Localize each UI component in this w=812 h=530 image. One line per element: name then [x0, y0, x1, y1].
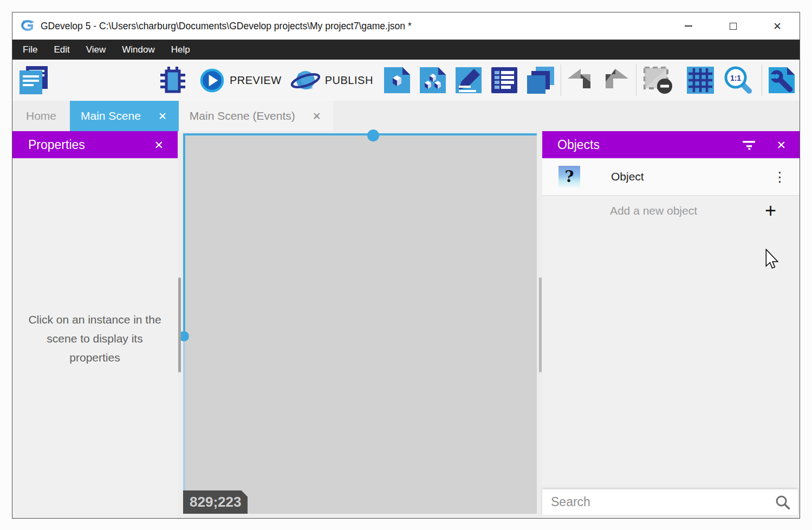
add-object-row[interactable]: Add a new object +: [542, 196, 800, 226]
tab-main-scene[interactable]: Main Scene ✕: [70, 101, 179, 131]
objects-list-icon: [384, 67, 410, 93]
scene-settings-button[interactable]: [769, 67, 795, 93]
zoom-1-1-magnifier-icon: 1:1: [724, 66, 753, 95]
window-mask-button[interactable]: [643, 66, 673, 94]
title-bar: GDevelop 5 - C:\Users\charburg\Documents…: [12, 12, 800, 40]
selection-border-top: [183, 133, 537, 135]
publish-button[interactable]: PUBLISH: [290, 67, 373, 93]
content-area: Properties ✕ Click on an instance in the…: [12, 131, 800, 518]
selection-handle-top[interactable]: [367, 130, 379, 141]
tab-label: Main Scene: [81, 109, 141, 122]
grid-icon: [687, 67, 714, 94]
toolbar-separator: [636, 64, 636, 96]
properties-title: Properties: [12, 138, 85, 152]
minimize-icon: [685, 25, 692, 27]
object-list-item[interactable]: ? Object ⋮: [542, 158, 800, 196]
preview-label: PREVIEW: [230, 74, 282, 87]
instances-list-icon: [491, 67, 517, 93]
grid-button[interactable]: [687, 67, 714, 94]
properties-panel-header: Properties ✕: [12, 131, 178, 158]
close-icon: ✕: [773, 21, 782, 31]
menu-item-help[interactable]: Help: [163, 40, 198, 60]
mask-remove-icon: [643, 66, 673, 94]
undo-arrow-icon: [567, 69, 595, 92]
tab-label: Home: [26, 109, 56, 122]
minimize-button[interactable]: [666, 12, 711, 40]
edit-note-pencil-icon: [456, 67, 482, 93]
publish-label: PUBLISH: [325, 74, 373, 87]
canvas-left-scrollbar[interactable]: [178, 277, 181, 372]
maximize-icon: [730, 23, 737, 30]
objects-panel-header: Objects ✕: [542, 131, 800, 158]
undo-button[interactable]: [567, 69, 595, 92]
gdevelop-window: GDevelop 5 - C:\Users\charburg\Documents…: [12, 12, 800, 519]
plus-icon[interactable]: +: [765, 201, 800, 221]
filter-icon[interactable]: [743, 139, 756, 150]
preview-button[interactable]: PREVIEW: [200, 68, 282, 93]
menu-bar: File Edit View Window Help: [12, 40, 800, 60]
redo-arrow-icon: [601, 69, 629, 92]
object-search-bar: [542, 489, 798, 515]
close-button[interactable]: ✕: [755, 12, 800, 40]
window-title: GDevelop 5 - C:\Users\charburg\Documents…: [41, 21, 412, 32]
preview-play-icon: [200, 68, 224, 93]
properties-close-icon[interactable]: ✕: [154, 139, 178, 151]
selection-border-left: [183, 133, 185, 336]
tab-close-icon[interactable]: ✕: [158, 111, 167, 121]
project-manager-icon: [20, 66, 49, 94]
object-menu-kebab-icon[interactable]: ⋮: [773, 169, 788, 185]
debugger-button[interactable]: [160, 67, 185, 94]
scene-canvas[interactable]: [183, 133, 537, 514]
objects-close-icon[interactable]: ✕: [776, 139, 786, 151]
object-question-icon: ?: [558, 166, 580, 188]
wrench-settings-icon: [769, 67, 795, 93]
objects-title: Objects: [542, 138, 600, 152]
gdevelop-logo-icon: [20, 18, 35, 34]
object-name: Object: [611, 170, 644, 183]
menu-item-view[interactable]: View: [78, 40, 114, 60]
menu-item-edit[interactable]: Edit: [46, 40, 77, 60]
maximize-button[interactable]: [711, 12, 755, 40]
debugger-bug-icon: [160, 67, 185, 94]
search-input[interactable]: [550, 494, 775, 510]
toolbar-separator: [762, 64, 762, 96]
tab-main-scene-events[interactable]: Main Scene (Events) ✕: [179, 101, 333, 131]
project-manager-button[interactable]: [20, 66, 49, 94]
scene-editor-region: 829;223: [178, 131, 542, 518]
layers-icon: [527, 67, 554, 94]
object-groups-icon: [420, 67, 446, 93]
canvas-right-scrollbar[interactable]: [539, 277, 542, 372]
properties-panel: Properties ✕ Click on an instance in the…: [12, 131, 178, 518]
toolbar: PREVIEW PUBLISH: [12, 60, 800, 101]
tab-label: Main Scene (Events): [190, 109, 295, 122]
zoom-original-button[interactable]: 1:1: [724, 66, 753, 95]
menu-item-file[interactable]: File: [15, 40, 46, 60]
svg-text:1:1: 1:1: [730, 74, 741, 82]
add-object-label: Add a new object: [542, 204, 765, 217]
objects-list-button[interactable]: [384, 67, 410, 93]
tab-bar: Home Main Scene ✕ Main Scene (Events) ✕: [12, 101, 800, 131]
properties-empty-message: Click on an instance in the scene to dis…: [27, 310, 163, 367]
selection-border-left-faded: [183, 336, 185, 514]
layers-button[interactable]: [527, 67, 554, 94]
publish-globe-icon: [290, 67, 321, 93]
objects-panel: Objects ✕ ? Object ⋮ Add a new object +: [542, 131, 800, 518]
redo-button[interactable]: [601, 69, 629, 92]
toolbar-separator: [561, 64, 561, 96]
cursor-coordinates-badge: 829;223: [183, 490, 248, 514]
instances-list-button[interactable]: [491, 67, 517, 93]
tab-home[interactable]: Home: [12, 101, 70, 131]
search-icon[interactable]: [775, 495, 790, 510]
tab-close-icon[interactable]: ✕: [313, 111, 321, 121]
object-groups-button[interactable]: [420, 67, 446, 93]
menu-item-window[interactable]: Window: [114, 40, 163, 60]
scene-properties-button[interactable]: [456, 67, 482, 93]
